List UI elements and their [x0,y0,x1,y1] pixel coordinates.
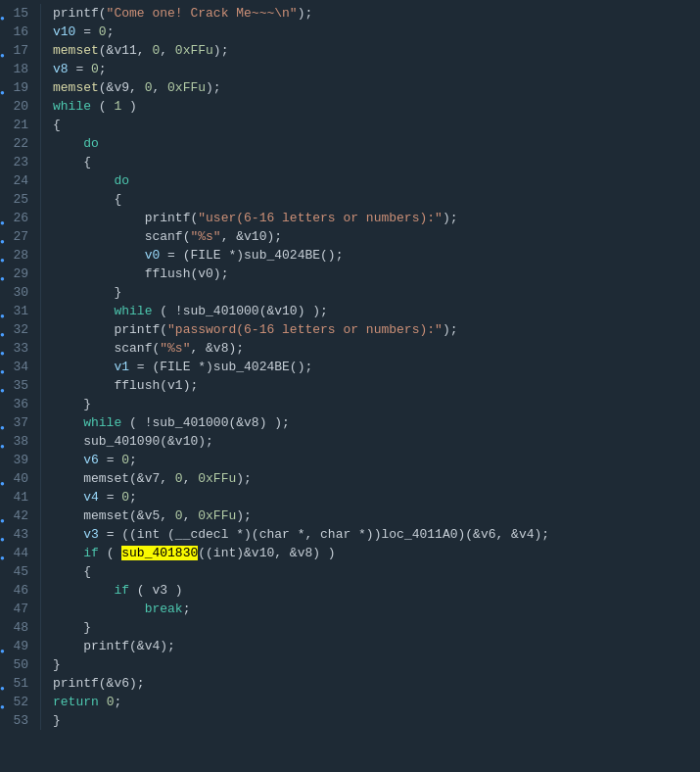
line-number: 34 [8,358,32,376]
token-num: 0 [99,24,107,39]
token-kw: do [83,136,99,151]
token-plain: printf(&v6); [53,676,145,691]
code-line: { [53,116,688,134]
line-number: 53 [8,711,32,730]
code-line: fflush(v1); [53,376,688,395]
code-line: scanf("%s", &v10); [53,227,688,246]
token-var: v6 [83,453,99,467]
token-num: 0xFFu [198,508,236,523]
code-line: break; [53,600,688,618]
code-line: } [53,711,688,730]
token-str: "%s" [190,229,220,244]
code-line: v4 = 0; [53,488,688,507]
code-line: v3 = ((int (__cdecl *)(char *, char *))l… [53,525,688,544]
line-number: 18 [8,60,32,78]
token-plain: ( !sub_401000(&v8) ); [121,415,290,430]
line-number: 46 [8,581,32,600]
token-kw: do [114,173,129,188]
token-plain: printf( [114,322,167,337]
line-number: 42 [8,507,32,525]
token-plain: memset(&v7, [83,471,175,486]
line-number: 51 [8,674,32,693]
token-plain: scanf( [114,341,160,356]
line-number: 52 [8,693,32,711]
code-line: return 0; [53,693,688,711]
line-number: 50 [8,655,32,674]
token-plain: = [75,24,98,39]
code-line: } [53,395,688,413]
token-plain: ) [121,99,137,114]
line-number: 45 [8,562,32,581]
token-plain: ( [99,546,121,560]
code-line: { [53,190,688,209]
token-plain: , &v8); [190,341,244,356]
token-plain: printf(&v4); [83,639,175,653]
token-kw: while [53,99,91,114]
highlighted-function: sub_401830 [121,546,198,560]
token-plain: fflush(v1); [114,378,198,393]
line-number: 49 [8,637,32,655]
token-plain: printf( [145,211,199,225]
code-line: scanf("%s", &v8); [53,339,688,358]
token-plain: ((int)&v10, &v8) ) [198,546,335,560]
code-line: v0 = (FILE *)sub_4024BE(); [53,246,688,265]
token-num: 0 [121,453,129,467]
token-plain: ; [107,24,115,39]
token-str: "password(6-16 letters or numbers):" [167,322,443,337]
token-plain: ); [236,471,252,486]
line-number: 44 [8,544,32,562]
line-number: 47 [8,600,32,618]
token-kw: while [83,415,121,430]
token-plain: ; [183,602,191,616]
line-number: 23 [8,153,32,171]
line-number: 48 [8,618,32,637]
token-num: 0xFFu [167,80,206,95]
token-plain: ; [129,490,137,505]
code-line: } [53,655,688,674]
token-plain: scanf( [145,229,191,244]
code-line: } [53,618,688,637]
token-plain: ); [298,6,313,21]
code-line: } [53,283,688,302]
code-line: while ( !sub_401000(&v8) ); [53,413,688,432]
code-line: v6 = 0; [53,451,688,469]
code-line: sub_401090(&v10); [53,432,688,451]
line-number: 15 [8,4,32,23]
line-number: 30 [8,283,32,302]
line-number: 20 [8,97,32,116]
token-plain: ( !sub_401000(&v10) ); [152,304,327,318]
token-plain: ); [206,80,221,95]
token-num: 0xFFu [198,471,236,486]
token-plain: } [83,620,91,635]
line-number: 25 [8,190,32,209]
token-plain: } [114,285,121,300]
token-num: 0 [121,490,129,505]
token-plain: (&v9, [99,80,145,95]
token-plain: = [99,453,121,467]
token-var: v10 [53,24,75,39]
line-number: 39 [8,451,32,469]
token-kw: return [53,695,99,709]
token-plain [99,695,107,709]
token-plain: ); [443,322,458,337]
token-plain: = (FILE *)sub_4024BE(); [129,360,312,374]
code-line: if ( v3 ) [53,581,688,600]
line-number: 29 [8,265,32,283]
code-line: do [53,171,688,190]
code-content: printf("Come one! Crack Me~~~\n");v10 = … [41,4,700,730]
line-number: 28 [8,246,32,265]
code-viewer: 1516171819202122232425262728293031323334… [0,0,700,734]
code-line: v10 = 0; [53,23,688,41]
token-kw: break [145,602,183,616]
token-plain: printf( [53,6,107,21]
code-line: { [53,562,688,581]
token-plain: ; [129,453,137,467]
code-line: while ( !sub_401000(&v10) ); [53,302,688,320]
line-number: 35 [8,376,32,395]
line-number: 33 [8,339,32,358]
token-num: 0 [175,471,183,486]
token-plain: memset(&v5, [83,508,175,523]
token-kw: if [114,583,129,598]
token-plain: = ((int (__cdecl *)(char *, char *))loc_… [99,527,549,542]
token-var: v8 [53,62,69,76]
